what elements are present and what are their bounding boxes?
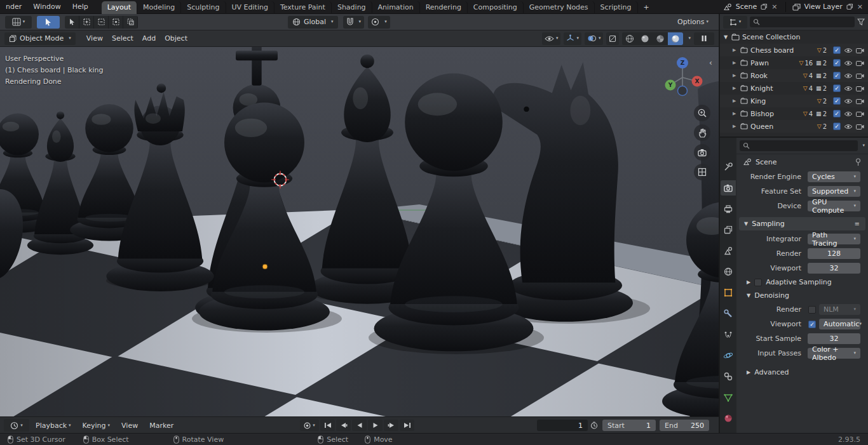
- outliner-row-scene-collection[interactable]: ▼ Scene Collection: [720, 30, 868, 44]
- outliner-item-queen[interactable]: ▶ Queen ▽2 ✓: [720, 120, 868, 133]
- pin-icon[interactable]: [855, 158, 862, 166]
- shading-wireframe-button[interactable]: [622, 32, 637, 45]
- render-engine-dropdown[interactable]: Cycles▾: [808, 171, 860, 182]
- overlays-dropdown[interactable]: ▾: [585, 32, 604, 45]
- outliner-search-input[interactable]: [750, 17, 855, 27]
- eye-icon[interactable]: [844, 124, 853, 130]
- tab-scene-properties[interactable]: [721, 243, 736, 258]
- timeline-editor-type-button[interactable]: ▾: [4, 419, 29, 432]
- expand-arrow-icon[interactable]: ▶: [733, 124, 738, 129]
- zoom-button[interactable]: [694, 105, 710, 121]
- tab-modifier-properties[interactable]: [721, 306, 736, 321]
- camera-icon[interactable]: [856, 48, 864, 53]
- start-sample-field[interactable]: 32: [808, 333, 860, 344]
- outliner-item-chess-board[interactable]: ▶ Chess board ▽2 ✓: [720, 44, 868, 56]
- device-dropdown[interactable]: GPU Compute▾: [808, 201, 860, 211]
- outliner-item-king[interactable]: ▶ King ▽2 ✓: [720, 95, 868, 107]
- outliner-editor-type-button[interactable]: ▾: [723, 16, 747, 29]
- menu-window[interactable]: Window: [27, 3, 66, 11]
- input-passes-dropdown[interactable]: Color + Albedo▾: [808, 348, 860, 359]
- sidebar-toggle[interactable]: ‹: [709, 58, 712, 67]
- menu-marker[interactable]: Marker: [144, 422, 179, 430]
- menu-timeline-view[interactable]: View: [116, 422, 143, 430]
- play-button[interactable]: [368, 420, 383, 431]
- previous-keyframe-button[interactable]: [336, 420, 351, 431]
- mode-dropdown[interactable]: Object Mode ▾: [4, 32, 76, 45]
- denoise-viewport-dropdown[interactable]: Automatic▾: [819, 319, 860, 329]
- collection-checkbox[interactable]: ✓: [833, 59, 841, 67]
- proportional-editing-toggle[interactable]: ▾: [368, 16, 390, 29]
- camera-icon[interactable]: [856, 73, 864, 79]
- tab-tool-properties[interactable]: [721, 159, 736, 175]
- advanced-section-header[interactable]: ▶ Advanced: [736, 366, 868, 379]
- workspace-tab-layout[interactable]: Layout: [102, 1, 137, 14]
- xray-toggle[interactable]: [606, 32, 619, 45]
- jump-to-start-button[interactable]: [320, 420, 335, 431]
- sampling-section-header[interactable]: ▼ Sampling ≡: [739, 217, 865, 230]
- editor-type-button[interactable]: ▾: [5, 16, 32, 29]
- pan-button[interactable]: [694, 124, 710, 141]
- collection-checkbox[interactable]: ✓: [833, 46, 841, 54]
- camera-icon[interactable]: [856, 124, 864, 130]
- gizmos-dropdown[interactable]: ▾: [564, 32, 581, 45]
- tab-view-layer-properties[interactable]: [721, 222, 736, 237]
- add-view-layer-icon[interactable]: [846, 3, 853, 10]
- tab-material-properties[interactable]: [721, 411, 736, 426]
- tab-object-properties[interactable]: [721, 285, 736, 300]
- menu-playback[interactable]: Playback▾: [31, 422, 76, 430]
- samples-render-field[interactable]: 128: [808, 248, 860, 259]
- active-tool-button[interactable]: [37, 16, 60, 29]
- expand-arrow-icon[interactable]: ▶: [747, 279, 750, 285]
- expand-arrow-icon[interactable]: ▶: [733, 60, 738, 65]
- filter-icon[interactable]: [857, 18, 865, 25]
- presets-icon[interactable]: ≡: [855, 220, 860, 227]
- collection-checkbox[interactable]: ✓: [833, 84, 841, 92]
- select-mode-intersect[interactable]: [123, 16, 138, 29]
- shading-material-button[interactable]: [653, 32, 668, 45]
- select-mode-invert[interactable]: [109, 16, 123, 29]
- integrator-dropdown[interactable]: Path Tracing▾: [808, 234, 860, 244]
- workspace-tab-scripting[interactable]: Scripting: [595, 1, 638, 14]
- select-mode-extend[interactable]: [79, 16, 94, 29]
- expand-arrow-icon[interactable]: ▶: [733, 86, 738, 91]
- menu-render[interactable]: nder: [0, 3, 27, 11]
- collection-checkbox[interactable]: ✓: [833, 123, 841, 130]
- scene-selector[interactable]: Scene: [736, 3, 757, 11]
- camera-icon[interactable]: [856, 98, 864, 104]
- eye-icon[interactable]: [844, 111, 853, 117]
- tab-particle-properties[interactable]: [721, 327, 736, 342]
- eye-icon[interactable]: [844, 73, 853, 79]
- shading-rendered-button[interactable]: [668, 32, 683, 45]
- use-preview-range-button[interactable]: [590, 422, 598, 429]
- denoise-render-checkbox[interactable]: [808, 306, 816, 314]
- tab-world-properties[interactable]: [721, 264, 736, 279]
- select-mode-new[interactable]: [65, 16, 79, 29]
- denoising-section-header[interactable]: ▼ Denoising: [736, 289, 868, 302]
- outliner-item-knight[interactable]: ▶ Knight ▽4▦2 ✓: [720, 82, 868, 95]
- expand-arrow-icon[interactable]: ▶: [733, 73, 738, 78]
- copy-icon[interactable]: [761, 3, 768, 10]
- select-mode-subtract[interactable]: [94, 16, 109, 29]
- add-workspace-button[interactable]: +: [638, 1, 655, 14]
- play-reverse-button[interactable]: [352, 420, 367, 431]
- menu-view[interactable]: View: [82, 34, 107, 43]
- collection-checkbox[interactable]: ✓: [833, 97, 841, 105]
- jump-to-end-button[interactable]: [400, 420, 414, 431]
- options-dropdown[interactable]: Options ▾: [677, 18, 709, 26]
- camera-icon[interactable]: [856, 60, 864, 66]
- menu-object[interactable]: Object: [160, 34, 192, 43]
- adaptive-sampling-checkbox[interactable]: [754, 279, 762, 286]
- remove-view-layer-button[interactable]: ×: [856, 3, 864, 11]
- expand-arrow-icon[interactable]: ▶: [733, 48, 738, 53]
- tab-physics-properties[interactable]: [721, 348, 736, 363]
- eye-icon[interactable]: [844, 60, 853, 66]
- auto-keying-button[interactable]: ▾: [300, 420, 319, 431]
- eye-icon[interactable]: [844, 86, 853, 91]
- workspace-tab-uv-editing[interactable]: UV Editing: [226, 1, 275, 14]
- transform-orientation-dropdown[interactable]: Global ▾: [288, 16, 338, 29]
- current-frame-field[interactable]: 1: [537, 420, 588, 431]
- workspace-tab-animation[interactable]: Animation: [372, 1, 420, 14]
- next-keyframe-button[interactable]: [384, 420, 398, 431]
- samples-viewport-field[interactable]: 32: [808, 263, 860, 274]
- feature-set-dropdown[interactable]: Supported▾: [808, 186, 860, 197]
